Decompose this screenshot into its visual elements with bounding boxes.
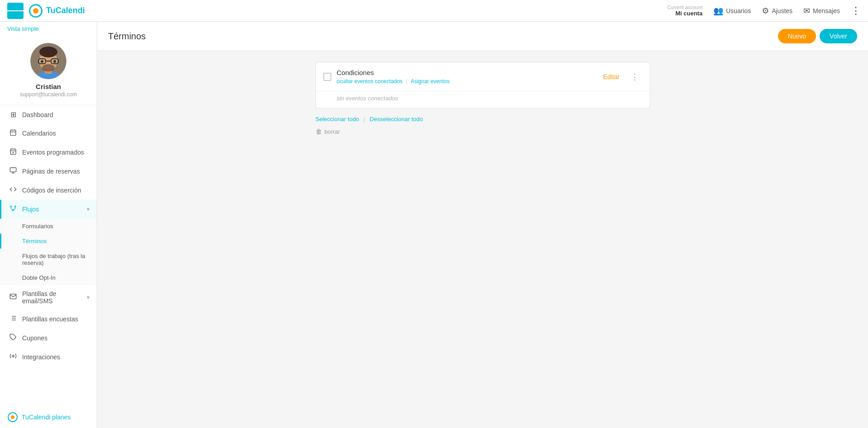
sidebar-item-formularios[interactable]: Formularios xyxy=(0,219,97,234)
eventos-icon xyxy=(9,148,18,157)
term-card: Condiciones ocultar eventos conectados |… xyxy=(316,62,650,108)
chevron-down-icon: ▾ xyxy=(87,206,90,212)
sidebar-item-integraciones[interactable]: Integraciones xyxy=(0,348,97,367)
codigos-icon xyxy=(9,186,18,195)
user-email: support@tucalendi.com xyxy=(20,91,77,98)
svg-point-32 xyxy=(12,355,14,357)
flujos-submenu: Formularios Términos Flujos de trabajo (… xyxy=(0,219,97,285)
svg-point-10 xyxy=(53,60,56,63)
sidebar-item-label: Dashboard xyxy=(22,111,90,118)
sidebar-item-label: Códigos de inserción xyxy=(22,187,90,194)
more-options-button[interactable]: ⋮ xyxy=(851,5,861,17)
sidebar: Vista simple xyxy=(0,22,97,428)
term-checkbox[interactable] xyxy=(323,73,331,81)
page-header: Términos Nuevo Volver xyxy=(97,22,868,51)
calendarios-icon xyxy=(9,129,18,138)
avatar xyxy=(30,43,66,79)
term-name: Condiciones xyxy=(337,69,599,76)
app-body: Vista simple xyxy=(0,22,868,428)
hide-events-link[interactable]: ocultar eventos conectados xyxy=(337,78,403,85)
svg-point-22 xyxy=(10,206,12,207)
delete-label: borrar xyxy=(325,128,340,135)
more-term-button[interactable]: ⋮ xyxy=(627,70,642,84)
page-title: Términos xyxy=(108,31,778,42)
flujos-icon xyxy=(9,205,18,214)
sidebar-item-eventos[interactable]: Eventos programados xyxy=(0,143,97,162)
sidebar-item-codigos[interactable]: Códigos de inserción xyxy=(0,181,97,200)
logo-icon xyxy=(29,4,42,18)
usuarios-nav[interactable]: 👥 Usuarios xyxy=(713,6,751,16)
sidebar-item-flujos[interactable]: Flujos ▾ xyxy=(0,200,97,219)
terms-content: Condiciones ocultar eventos conectados |… xyxy=(97,51,868,146)
mensajes-label: Mensajes xyxy=(813,7,840,14)
term-links: ocultar eventos conectados | Asignar eve… xyxy=(337,78,599,85)
volver-button[interactable]: Volver xyxy=(820,29,857,43)
sidebar-item-encuestas[interactable]: Plantillas encuestas xyxy=(0,310,97,329)
sidebar-item-label: Plantillas de email/SMS xyxy=(22,290,82,305)
assign-events-link[interactable]: Asignar eventos xyxy=(410,78,449,85)
svg-point-34 xyxy=(11,415,14,419)
mensajes-nav[interactable]: ✉ Mensajes xyxy=(803,6,840,16)
edit-term-button[interactable]: Editar xyxy=(599,71,623,82)
logo: TuCalendi xyxy=(29,4,85,18)
sidebar-item-label: Flujos xyxy=(22,206,82,213)
term-info: Condiciones ocultar eventos conectados |… xyxy=(337,69,599,85)
paginas-icon xyxy=(9,167,18,176)
select-separator: | xyxy=(363,116,365,122)
usuarios-icon: 👥 xyxy=(713,6,723,16)
sidebar-profile: Cristian support@tucalendi.com xyxy=(0,36,97,105)
tucalendi-planes-link[interactable]: TuCalendi planes xyxy=(0,406,97,428)
sidebar-item-label: Eventos programados xyxy=(22,149,90,156)
svg-point-9 xyxy=(41,60,43,63)
trash-icon: 🗑 xyxy=(316,128,322,135)
nuevo-button[interactable]: Nuevo xyxy=(778,29,816,43)
link-separator: | xyxy=(406,78,409,85)
select-all-link[interactable]: Seleccionar todo xyxy=(316,116,359,122)
sidebar-item-label: Plantillas encuestas xyxy=(22,315,90,323)
tucalendi-planes-label: TuCalendi planes xyxy=(22,414,71,421)
svg-point-23 xyxy=(14,206,16,207)
ajustes-nav[interactable]: ⚙ Ajustes xyxy=(762,6,793,16)
select-all-bar: Seleccionar todo | Desseleccionar todo xyxy=(316,116,650,122)
integraciones-icon xyxy=(9,353,18,362)
main-content: Términos Nuevo Volver Condiciones oculta… xyxy=(97,22,868,428)
account-label: Current account xyxy=(667,5,703,10)
ajustes-label: Ajustes xyxy=(772,7,793,14)
sidebar-item-cupones[interactable]: Cupones xyxy=(0,329,97,348)
svg-rect-11 xyxy=(10,130,16,136)
sidebar-nav: ⊞ Dashboard Calendarios Eventos programa… xyxy=(0,105,97,406)
term-card-body: sin eventos conectados xyxy=(316,91,650,108)
ajustes-icon: ⚙ xyxy=(762,6,769,16)
sidebar-item-label: Calendarios xyxy=(22,130,90,137)
sidebar-item-doble-optin[interactable]: Doble Opt-In xyxy=(0,270,97,285)
deselect-all-link[interactable]: Desseleccionar todo xyxy=(370,116,423,122)
plantillas-icon xyxy=(9,293,18,302)
sidebar-item-calendarios[interactable]: Calendarios xyxy=(0,124,97,143)
vista-simple-link[interactable]: Vista simple xyxy=(0,22,97,36)
account-name: Mi cuenta xyxy=(675,10,703,17)
svg-point-5 xyxy=(42,64,55,71)
current-account[interactable]: Current account Mi cuenta xyxy=(667,5,703,17)
sidebar-item-label: Integraciones xyxy=(22,353,90,361)
usuarios-label: Usuarios xyxy=(726,7,751,14)
sidebar-item-dashboard[interactable]: ⊞ Dashboard xyxy=(0,105,97,124)
delete-bar[interactable]: 🗑 borrar xyxy=(316,128,650,135)
mensajes-icon: ✉ xyxy=(803,6,810,16)
brand-name: TuCalendi xyxy=(46,6,85,15)
sidebar-item-plantillas[interactable]: Plantillas de email/SMS ▾ xyxy=(0,285,97,310)
hamburger-button[interactable] xyxy=(7,3,24,19)
topnav-right: Current account Mi cuenta 👥 Usuarios ⚙ A… xyxy=(667,5,861,17)
chevron-down-icon: ▾ xyxy=(87,294,90,301)
svg-rect-19 xyxy=(10,168,16,172)
sidebar-item-paginas[interactable]: Páginas de reservas xyxy=(0,162,97,181)
encuestas-icon xyxy=(9,315,18,324)
sidebar-item-flujos-trabajo[interactable]: Flujos de trabajo (tras la reserva) xyxy=(0,249,97,270)
term-actions: Editar ⋮ xyxy=(599,70,642,84)
sidebar-item-label: Páginas de reservas xyxy=(22,168,90,175)
sidebar-item-terminos[interactable]: Términos xyxy=(0,234,97,249)
topnav: TuCalendi Current account Mi cuenta 👥 Us… xyxy=(0,0,868,22)
user-name: Cristian xyxy=(36,83,61,90)
cupones-icon xyxy=(9,334,18,343)
svg-point-4 xyxy=(39,47,57,57)
svg-rect-15 xyxy=(10,149,16,155)
